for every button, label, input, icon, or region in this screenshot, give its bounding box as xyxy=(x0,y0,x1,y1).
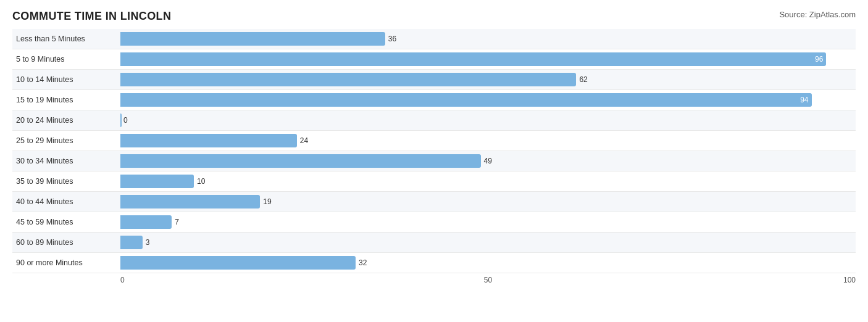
bar-row: 45 to 59 Minutes7 xyxy=(12,212,856,233)
bar-area: 94 xyxy=(120,90,856,110)
bar-fill: 94 xyxy=(120,93,812,107)
bar-fill xyxy=(120,134,297,147)
bar-label: 15 to 19 Minutes xyxy=(12,96,120,104)
bar-area: 36 xyxy=(120,29,856,49)
bar-fill: 96 xyxy=(120,52,826,66)
bar-fill xyxy=(120,195,260,208)
chart-body: Less than 5 Minutes365 to 9 Minutes9610 … xyxy=(12,29,856,273)
bar-row: 10 to 14 Minutes62 xyxy=(12,70,856,90)
bar-label: 5 to 9 Minutes xyxy=(12,55,120,64)
bar-value: 19 xyxy=(263,197,271,206)
bar-value: 49 xyxy=(484,157,492,165)
bar-area: 3 xyxy=(120,233,856,252)
bar-value: 96 xyxy=(815,55,823,64)
bar-row: 30 to 34 Minutes49 xyxy=(12,151,856,171)
bar-row: 90 or more Minutes32 xyxy=(12,253,856,273)
bar-track: 94 xyxy=(120,93,856,107)
bar-track: 7 xyxy=(120,215,856,229)
bar-row: 35 to 39 Minutes10 xyxy=(12,171,856,192)
bar-fill xyxy=(120,256,356,270)
bar-track: 32 xyxy=(120,256,856,270)
bar-value: 7 xyxy=(175,218,179,226)
bar-area: 49 xyxy=(120,151,856,171)
chart-container: COMMUTE TIME IN LINCOLN Source: ZipAtlas… xyxy=(0,0,868,322)
bar-label: 25 to 29 Minutes xyxy=(12,136,120,145)
bar-area: 19 xyxy=(120,192,856,212)
bar-value: 32 xyxy=(359,258,367,267)
bar-row: 60 to 89 Minutes3 xyxy=(12,233,856,253)
bar-track: 96 xyxy=(120,52,856,66)
bar-value: 24 xyxy=(300,136,308,145)
bar-track: 24 xyxy=(120,134,856,147)
x-axis: 050100 xyxy=(120,276,856,288)
bar-row: 25 to 29 Minutes24 xyxy=(12,131,856,151)
bar-fill xyxy=(120,73,576,86)
bar-value: 62 xyxy=(579,75,587,84)
bar-label: 90 or more Minutes xyxy=(12,258,120,267)
bar-fill xyxy=(120,215,172,229)
bar-fill xyxy=(120,236,143,249)
bar-fill xyxy=(120,114,122,127)
bar-row: 40 to 44 Minutes19 xyxy=(12,192,856,212)
bar-value: 10 xyxy=(197,177,205,186)
bar-track: 0 xyxy=(120,114,856,127)
bar-value: 3 xyxy=(146,238,150,247)
chart-header: COMMUTE TIME IN LINCOLN Source: ZipAtlas… xyxy=(12,10,856,23)
bar-row: Less than 5 Minutes36 xyxy=(12,29,856,49)
bar-area: 96 xyxy=(120,49,856,69)
bar-value: 36 xyxy=(388,35,396,43)
bar-track: 36 xyxy=(120,32,856,46)
bar-area: 24 xyxy=(120,131,856,151)
bar-label: 40 to 44 Minutes xyxy=(12,197,120,206)
bar-track: 3 xyxy=(120,236,856,249)
chart-source: Source: ZipAtlas.com xyxy=(779,10,856,19)
bar-area: 10 xyxy=(120,171,856,191)
bar-label: 30 to 34 Minutes xyxy=(12,157,120,165)
bar-track: 49 xyxy=(120,154,856,168)
bar-row: 5 to 9 Minutes96 xyxy=(12,49,856,70)
bar-track: 19 xyxy=(120,195,856,208)
x-axis-container: 050100 xyxy=(120,276,856,288)
bar-area: 32 xyxy=(120,253,856,273)
bar-track: 62 xyxy=(120,73,856,86)
x-axis-tick-label: 0 xyxy=(120,276,125,284)
bar-fill xyxy=(120,154,481,168)
bar-fill xyxy=(120,175,194,188)
bar-row: 20 to 24 Minutes0 xyxy=(12,110,856,131)
x-axis-tick-label: 100 xyxy=(843,276,856,284)
bar-track: 10 xyxy=(120,175,856,188)
bar-label: 10 to 14 Minutes xyxy=(12,75,120,84)
bar-label: Less than 5 Minutes xyxy=(12,35,120,43)
bar-value: 94 xyxy=(800,96,808,104)
bar-label: 20 to 24 Minutes xyxy=(12,116,120,125)
bar-label: 60 to 89 Minutes xyxy=(12,238,120,247)
bar-value: 0 xyxy=(123,116,128,125)
bar-row: 15 to 19 Minutes94 xyxy=(12,90,856,110)
bar-area: 7 xyxy=(120,212,856,232)
bar-area: 62 xyxy=(120,70,856,89)
bar-label: 35 to 39 Minutes xyxy=(12,177,120,186)
bar-fill xyxy=(120,32,385,46)
bar-label: 45 to 59 Minutes xyxy=(12,218,120,226)
chart-title: COMMUTE TIME IN LINCOLN xyxy=(12,10,171,23)
x-axis-tick-label: 50 xyxy=(484,276,492,284)
bar-area: 0 xyxy=(120,110,856,130)
